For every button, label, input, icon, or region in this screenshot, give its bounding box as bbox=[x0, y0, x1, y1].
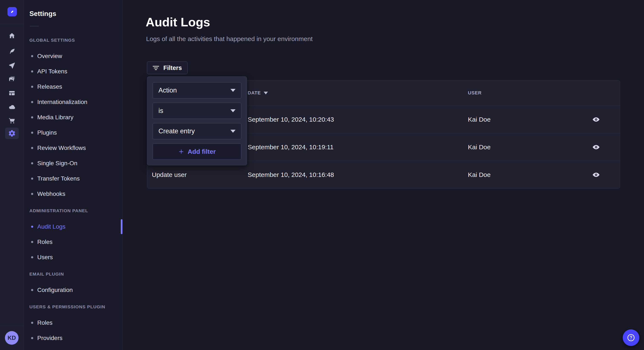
sidebar-title: Settings bbox=[30, 9, 122, 18]
bullet-icon bbox=[31, 289, 33, 291]
cell-date: September 10, 2024, 10:19:11 bbox=[248, 133, 334, 161]
settings-sidebar: Settings GLOBAL SETTINGS Overview API To… bbox=[24, 0, 122, 350]
sidebar-item-review-workflows[interactable]: Review Workflows bbox=[24, 140, 122, 156]
filter-operator-select[interactable]: is bbox=[153, 103, 241, 119]
filter-operator-value: is bbox=[158, 107, 163, 115]
eye-icon bbox=[592, 172, 600, 177]
sidebar-item-up-providers[interactable]: Providers bbox=[24, 331, 122, 346]
bullet-icon bbox=[31, 337, 33, 339]
paper-plane-icon bbox=[8, 62, 16, 69]
sidebar-item-transfer-tokens[interactable]: Transfer Tokens bbox=[24, 171, 122, 186]
bullet-icon bbox=[31, 86, 33, 88]
chevron-down-icon bbox=[230, 130, 236, 133]
view-log-button[interactable] bbox=[590, 115, 602, 124]
nav-settings-button[interactable] bbox=[5, 128, 19, 139]
filters-button[interactable]: Filters bbox=[147, 61, 188, 74]
sidebar-item-label: Users bbox=[37, 254, 53, 261]
sidebar-item-admin-roles[interactable]: Roles bbox=[24, 234, 122, 250]
rail-divider-bottom bbox=[0, 326, 24, 326]
nav-content-manager-button[interactable] bbox=[5, 87, 19, 99]
sidebar-item-label: Plugins bbox=[37, 129, 57, 136]
sidebar-item-plugins[interactable]: Plugins bbox=[24, 125, 122, 140]
administration-panel-list: Audit Logs Roles Users bbox=[24, 219, 122, 265]
nav-marketplace-button[interactable] bbox=[5, 115, 19, 126]
sidebar-item-media-library[interactable]: Media Library bbox=[24, 110, 122, 125]
cell-date: September 10, 2024, 10:16:48 bbox=[248, 161, 334, 189]
bullet-icon bbox=[31, 193, 33, 195]
nav-deploy-button[interactable] bbox=[5, 59, 19, 71]
user-avatar[interactable]: KD bbox=[5, 331, 18, 345]
sidebar-item-label: Internationalization bbox=[37, 99, 87, 105]
sidebar-item-label: Releases bbox=[37, 83, 62, 90]
nav-content-builder-button[interactable] bbox=[5, 46, 19, 57]
main-nav-rail: KD bbox=[0, 0, 24, 350]
nav-cloud-button[interactable] bbox=[5, 101, 19, 113]
settings-gear-icon bbox=[8, 130, 16, 137]
bullet-icon bbox=[31, 241, 33, 243]
bullet-icon bbox=[31, 226, 33, 228]
media-images-icon bbox=[8, 75, 16, 83]
filter-popover: Action is Create entry Add filter bbox=[147, 76, 247, 166]
bullet-icon bbox=[31, 55, 33, 57]
view-log-button[interactable] bbox=[590, 170, 602, 179]
email-plugin-list: Configuration bbox=[24, 282, 122, 298]
section-users-permissions-plugin: USERS & PERMISSIONS PLUGIN bbox=[30, 304, 122, 310]
bullet-icon bbox=[31, 147, 33, 149]
section-global-settings: GLOBAL SETTINGS bbox=[30, 37, 122, 43]
view-log-button[interactable] bbox=[590, 143, 602, 152]
filter-value-value: Create entry bbox=[158, 127, 195, 135]
sidebar-item-label: Webhooks bbox=[37, 190, 66, 197]
sidebar-item-audit-logs[interactable]: Audit Logs bbox=[24, 219, 122, 234]
chevron-down-icon bbox=[230, 89, 236, 92]
sidebar-item-admin-users[interactable]: Users bbox=[24, 250, 122, 265]
add-filter-button[interactable]: Add filter bbox=[153, 144, 241, 160]
sidebar-item-webhooks[interactable]: Webhooks bbox=[24, 186, 122, 201]
column-header-user[interactable]: USER bbox=[468, 80, 482, 105]
bullet-icon bbox=[31, 70, 33, 72]
cell-user: Kai Doe bbox=[468, 133, 491, 161]
bullet-icon bbox=[31, 177, 33, 180]
strapi-logo[interactable] bbox=[8, 7, 17, 16]
sidebar-item-label: Roles bbox=[37, 239, 52, 245]
help-button[interactable] bbox=[623, 329, 639, 346]
plus-icon bbox=[178, 149, 184, 155]
section-email-plugin: EMAIL PLUGIN bbox=[30, 271, 122, 277]
bullet-icon bbox=[31, 322, 33, 324]
cloud-icon bbox=[8, 103, 16, 111]
sidebar-item-overview[interactable]: Overview bbox=[24, 48, 122, 64]
global-settings-list: Overview API Tokens Releases Internation… bbox=[24, 48, 122, 201]
sidebar-item-label: Single Sign-On bbox=[37, 160, 77, 167]
filter-field-select[interactable]: Action bbox=[153, 82, 241, 98]
filters-button-label: Filters bbox=[163, 64, 182, 71]
sidebar-item-label: Overview bbox=[37, 53, 62, 59]
filter-value-select[interactable]: Create entry bbox=[153, 123, 241, 139]
users-permissions-list: Roles Providers bbox=[24, 315, 122, 346]
sidebar-item-internationalization[interactable]: Internationalization bbox=[24, 94, 122, 110]
eye-icon bbox=[592, 145, 600, 150]
page-title: Audit Logs bbox=[146, 15, 210, 29]
filter-field-value: Action bbox=[158, 87, 177, 94]
page-subtitle: Logs of all the activities that happened… bbox=[146, 35, 313, 42]
cell-date: September 10, 2024, 10:20:43 bbox=[248, 106, 334, 133]
bullet-icon bbox=[31, 101, 33, 103]
sidebar-item-single-sign-on[interactable]: Single Sign-On bbox=[24, 156, 122, 171]
question-mark-icon bbox=[627, 334, 635, 342]
sidebar-item-email-configuration[interactable]: Configuration bbox=[24, 282, 122, 298]
sidebar-item-api-tokens[interactable]: API Tokens bbox=[24, 64, 122, 79]
sidebar-title-rule bbox=[30, 26, 39, 26]
nav-home-button[interactable] bbox=[5, 30, 19, 41]
bullet-icon bbox=[31, 116, 33, 118]
eye-icon bbox=[592, 117, 600, 122]
section-administration-panel: ADMINISTRATION PANEL bbox=[30, 208, 122, 213]
add-filter-label: Add filter bbox=[188, 148, 216, 155]
cell-user: Kai Doe bbox=[468, 161, 491, 189]
nav-media-library-button[interactable] bbox=[5, 73, 19, 85]
bullet-icon bbox=[31, 256, 33, 258]
sidebar-item-releases[interactable]: Releases bbox=[24, 79, 122, 94]
bullet-icon bbox=[31, 162, 33, 164]
chevron-down-icon bbox=[230, 109, 236, 112]
sidebar-item-up-roles[interactable]: Roles bbox=[24, 315, 122, 331]
column-header-date[interactable]: DATE bbox=[248, 80, 268, 105]
cell-user: Kai Doe bbox=[468, 106, 491, 133]
sidebar-item-label: API Tokens bbox=[37, 68, 67, 75]
